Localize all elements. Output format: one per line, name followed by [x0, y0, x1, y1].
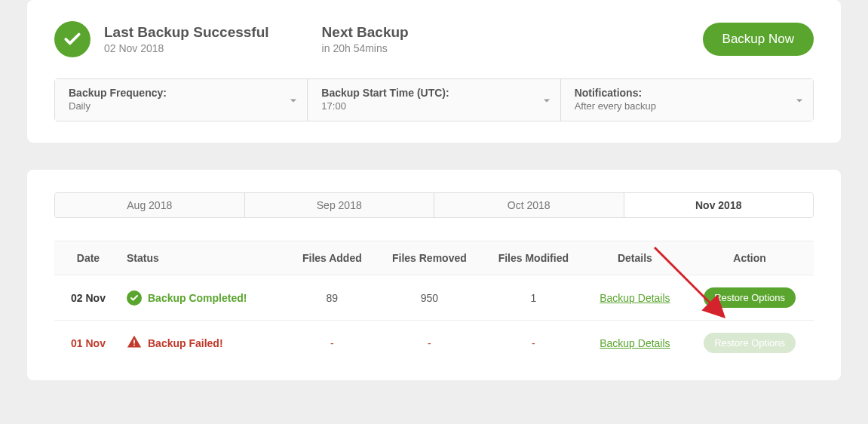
backup-history-card: Aug 2018 Sep 2018 Oct 2018 Nov 2018 Date… — [27, 170, 841, 380]
tab-sep-2018[interactable]: Sep 2018 — [245, 193, 435, 217]
backup-history-table: Date Status Files Added Files Removed Fi… — [54, 241, 814, 365]
backup-frequency-value: Daily — [69, 100, 293, 112]
col-status: Status — [122, 241, 288, 275]
next-backup-title: Next Backup — [322, 24, 409, 41]
notifications-label: Notifications: — [575, 87, 799, 99]
restore-options-button[interactable]: Restore Options — [704, 287, 796, 308]
backup-details-link[interactable]: Backup Details — [600, 337, 670, 349]
next-backup-block: Next Backup in 20h 54mins — [322, 24, 409, 54]
chevron-down-icon — [290, 94, 296, 106]
backup-start-time-label: Backup Start Time (UTC): — [321, 87, 546, 99]
row-files-modified: 1 — [483, 275, 584, 321]
row-date: 01 Nov — [54, 321, 122, 366]
month-tabs: Aug 2018 Sep 2018 Oct 2018 Nov 2018 — [54, 192, 814, 218]
row-date: 02 Nov — [54, 275, 122, 321]
last-backup-block: Last Backup Successful 02 Nov 2018 — [104, 24, 269, 54]
row-status-label: Backup Completed! — [148, 292, 247, 304]
chevron-down-icon — [544, 94, 550, 106]
next-backup-in: in 20h 54mins — [322, 42, 409, 54]
backup-now-button[interactable]: Backup Now — [703, 23, 814, 56]
col-details: Details — [584, 241, 686, 275]
row-files-modified: - — [483, 321, 584, 366]
notifications-value: After every backup — [575, 100, 799, 112]
table-row: 01 Nov Backup Failed! - - - Backup Detai… — [54, 321, 814, 366]
col-files-added: Files Added — [288, 241, 376, 275]
svg-rect-1 — [133, 345, 135, 346]
svg-rect-0 — [133, 340, 135, 344]
row-status: Backup Failed! — [127, 334, 282, 352]
row-files-removed: - — [376, 321, 483, 366]
backup-summary-card: Last Backup Successful 02 Nov 2018 Next … — [27, 0, 841, 143]
tab-nov-2018[interactable]: Nov 2018 — [624, 193, 814, 217]
row-status-label: Backup Failed! — [148, 337, 223, 349]
backup-frequency-label: Backup Frequency: — [69, 87, 293, 99]
row-status: Backup Completed! — [127, 290, 282, 306]
settings-row: Backup Frequency: Daily Backup Start Tim… — [54, 78, 814, 121]
row-files-added: 89 — [288, 275, 376, 321]
col-files-removed: Files Removed — [376, 241, 483, 275]
row-files-added: - — [288, 321, 376, 366]
last-backup-title: Last Backup Successful — [104, 24, 269, 41]
status-row: Last Backup Successful 02 Nov 2018 Next … — [54, 21, 814, 57]
col-action: Action — [686, 241, 814, 275]
row-files-removed: 950 — [376, 275, 483, 321]
check-circle-icon — [127, 290, 142, 306]
notifications-select[interactable]: Notifications: After every backup — [561, 79, 813, 121]
success-check-icon — [54, 21, 90, 57]
backup-start-time-select[interactable]: Backup Start Time (UTC): 17:00 — [308, 79, 560, 121]
last-backup-date: 02 Nov 2018 — [104, 42, 269, 54]
chevron-down-icon — [796, 94, 802, 106]
backup-details-link[interactable]: Backup Details — [600, 292, 670, 304]
backup-start-time-value: 17:00 — [321, 100, 546, 112]
col-date: Date — [54, 241, 122, 275]
table-row: 02 Nov Backup Completed! 89 950 1 Backup… — [54, 275, 814, 321]
alert-triangle-icon — [127, 334, 142, 352]
col-files-modified: Files Modified — [483, 241, 584, 275]
backup-frequency-select[interactable]: Backup Frequency: Daily — [55, 79, 308, 121]
restore-options-button-disabled: Restore Options — [704, 333, 796, 353]
tab-oct-2018[interactable]: Oct 2018 — [434, 193, 624, 217]
tab-aug-2018[interactable]: Aug 2018 — [55, 193, 245, 217]
